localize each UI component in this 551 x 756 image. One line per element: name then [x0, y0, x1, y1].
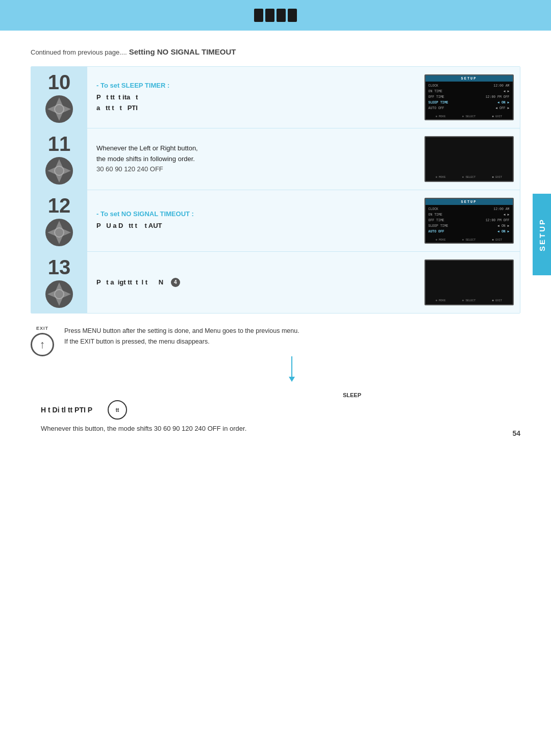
step-row-12: 12 - To set NO SIGNAL TIMEOUT : P U a D …: [31, 190, 520, 252]
step-10-main: P t tt t ita t a tt t t PTI: [96, 92, 409, 114]
header-icons: [254, 9, 297, 22]
tv-screen-12-content: CLOCK12:00 AM ON TIME◄ ► OFF TIME12:00 P…: [425, 205, 513, 236]
exit-button-icon: ↑: [31, 333, 54, 356]
step-10-number-cell: 10: [31, 67, 87, 128]
step-13-content: P t a igt tt t l t N 4: [87, 252, 418, 313]
header-bar: [0, 0, 551, 31]
sleep-label-above: SLEEP: [194, 392, 510, 398]
tv-screen-12: SETUP CLOCK12:00 AM ON TIME◄ ► OFF TIME1…: [424, 198, 514, 244]
step-13-screen: ⊕ MOVE⊕ SELECT■ EXIT: [418, 252, 520, 313]
step-10-screen: SETUP CLOCK12:00 AM ON TIME◄ ► OFF TIME1…: [418, 67, 520, 128]
continued-bold: Setting NO SIGNAL TIMEOUT: [127, 47, 236, 56]
step-11-number: 11: [48, 134, 71, 154]
dpad-icon-12: [45, 219, 73, 246]
step-11-content: Whenever the Left or Right button, the m…: [87, 128, 418, 190]
sleep-row-main: H t Di tl tt PTI P tt: [41, 400, 510, 420]
exit-label: EXIT: [36, 326, 48, 331]
sleep-button-label: tt: [116, 407, 119, 413]
vertical-arrow: [63, 356, 520, 382]
steps-container: 10 - To set SLEEP TIMER : P t tt t ita t…: [31, 66, 520, 314]
sleep-mode-text-span: Whenever this button, the mode shifts: [41, 425, 152, 432]
tv-screen-13-footer: ⊕ MOVE⊕ SELECT■ EXIT: [425, 299, 513, 302]
circle-num-4: 4: [171, 278, 180, 287]
main-content: Continued from previous page.... Setting…: [0, 32, 551, 453]
continued-prefix: Continued from previous page....: [31, 48, 127, 56]
step-12-number-cell: 12: [31, 190, 87, 251]
tv-screen-13: ⊕ MOVE⊕ SELECT■ EXIT: [424, 259, 514, 305]
step-11-main: Whenever the Left or Right button, the m…: [96, 143, 409, 175]
step-12-subtitle: - To set NO SIGNAL TIMEOUT :: [96, 210, 409, 218]
step-10-number: 10: [48, 72, 71, 92]
step-10-content: - To set SLEEP TIMER : P t tt t ita t a …: [87, 67, 418, 128]
tv-screen-10-content: CLOCK12:00 AM ON TIME◄ ► OFF TIME12:00 P…: [425, 82, 513, 113]
header-icon-bar-2: [265, 9, 274, 22]
exit-description: Press MENU button after the setting is d…: [64, 326, 520, 348]
step-row-13: 13 P t a igt tt t l t N 4: [31, 252, 520, 313]
step-11-screen: ⊕ MOVE⊕ SELECT■ EXIT: [418, 128, 520, 190]
header-icon-bar-1: [254, 9, 263, 22]
step-13-main: P t a igt tt t l t N 4: [96, 277, 409, 288]
step-12-screen: SETUP CLOCK12:00 AM ON TIME◄ ► OFF TIME1…: [418, 190, 520, 251]
dpad-icon-13: [45, 280, 73, 308]
sleep-mode-text: Whenever this button, the mode shifts 30…: [41, 425, 510, 432]
tv-screen-10: SETUP CLOCK12:00 AM ON TIME◄ ► OFF TIME1…: [424, 74, 514, 120]
header-icon-bar-3: [277, 9, 286, 22]
tv-screen-12-footer: ⊕ MOVE⊕ SELECT■ EXIT: [425, 238, 513, 242]
exit-section: EXIT ↑ Press MENU button after the setti…: [31, 326, 520, 356]
tv-screen-10-header: SETUP: [425, 75, 513, 82]
tv-screen-10-footer: ⊕ MOVE⊕ SELECT■ EXIT: [425, 115, 513, 118]
tv-screen-11: ⊕ MOVE⊕ SELECT■ EXIT: [424, 136, 514, 182]
step-12-number: 12: [48, 195, 71, 216]
step-11-values: 30 60 90 120 240 OFF: [96, 165, 163, 173]
header-icon-bar-4: [288, 9, 297, 22]
dpad-icon-10: [45, 95, 73, 123]
sleep-order-span: 30 60 90 120 240 OFF in order.: [154, 425, 246, 432]
exit-arrow-icon: ↑: [40, 338, 45, 351]
vert-arrowhead: [289, 377, 295, 382]
sleep-button-circle: tt: [108, 400, 127, 420]
step-row-10: 10 - To set SLEEP TIMER : P t tt t ita t…: [31, 67, 520, 128]
sleep-section: SLEEP H t Di tl tt PTI P tt Whenever thi…: [31, 392, 520, 432]
exit-text-line1: Press MENU button after the setting is d…: [64, 327, 299, 334]
tv-screen-12-header: SETUP: [425, 199, 513, 205]
dpad-icon-11: [45, 157, 73, 185]
tv-screen-11-footer: ⊕ MOVE⊕ SELECT■ EXIT: [425, 175, 513, 179]
step-12-content: - To set NO SIGNAL TIMEOUT : P U a D tt …: [87, 190, 418, 251]
step-row-11: 11 Whenever the Left or Right button, th…: [31, 128, 520, 190]
vert-arrow-line: [291, 356, 292, 377]
exit-text-line2: If the EXIT button is pressed, the menu …: [64, 338, 210, 345]
page-number: 54: [512, 429, 520, 437]
sleep-bold-text: H t Di tl tt PTI P: [41, 406, 92, 414]
exit-button-box: EXIT ↑: [31, 326, 54, 356]
step-11-number-cell: 11: [31, 128, 87, 190]
step-13-number-cell: 13: [31, 252, 87, 313]
continued-text: Continued from previous page.... Setting…: [31, 47, 520, 56]
step-13-number: 13: [48, 257, 71, 277]
step-10-subtitle: - To set SLEEP TIMER :: [96, 82, 409, 89]
step-12-main: P U a D tt t t AUT: [96, 221, 409, 231]
setup-sidebar-label: SETUP: [533, 194, 551, 275]
